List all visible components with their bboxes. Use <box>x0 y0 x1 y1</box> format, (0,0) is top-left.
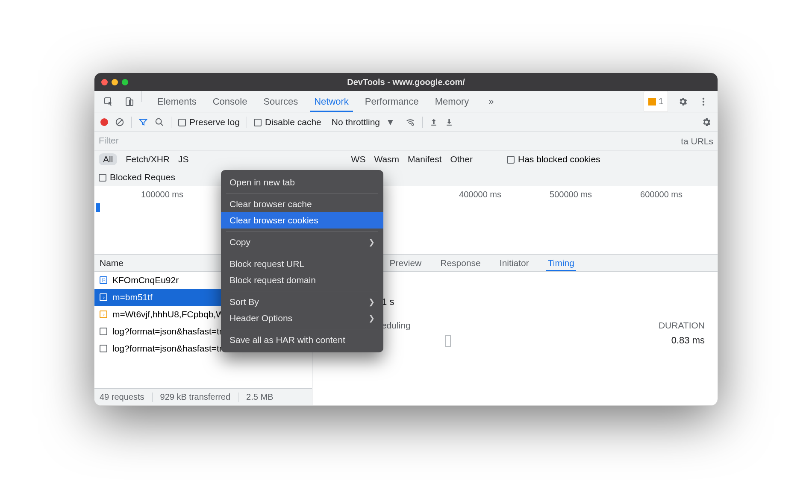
issues-count: 1 <box>659 97 663 106</box>
panel-tabs: ElementsConsoleSourcesNetworkPerformance… <box>94 91 718 112</box>
traffic-zoom-icon[interactable] <box>122 79 128 85</box>
device-toolbar-icon[interactable] <box>121 91 137 112</box>
status-resources: 2.5 MB <box>246 392 273 402</box>
timeline-overview[interactable]: 100000 ms 400000 ms 500000 ms 600000 ms <box>94 186 718 255</box>
request-name: m=bm51tf <box>112 292 153 302</box>
menu-item-label: Header Options <box>229 313 292 323</box>
type-filter-ws[interactable]: WS <box>351 154 366 164</box>
timeline-tick: 600000 ms <box>592 190 683 199</box>
menu-separator <box>226 193 378 193</box>
menu-item-label: Clear browser cache <box>229 199 312 209</box>
menu-separator <box>226 329 378 329</box>
filter-input[interactable]: Filter <box>99 135 184 147</box>
has-blocked-cookies-label: Has blocked cookies <box>518 154 600 164</box>
tab-network[interactable]: Network <box>306 91 356 112</box>
menu-item[interactable]: Open in new tab <box>221 174 383 190</box>
filter-bar: Filter ta URLs <box>94 132 718 151</box>
menu-item-label: Sort By <box>229 297 259 307</box>
upload-har-icon[interactable] <box>430 117 438 127</box>
svg-point-5 <box>703 103 704 105</box>
queueing-bar <box>445 335 451 347</box>
separator <box>131 117 132 128</box>
document-icon <box>100 328 107 335</box>
chevron-right-icon: ❯ <box>368 237 375 247</box>
tab-elements[interactable]: Elements <box>150 91 204 112</box>
menu-item[interactable]: Header Options❯ <box>221 310 383 326</box>
request-name: KFOmCnqEu92r <box>112 275 179 285</box>
timeline-tick: 400000 ms <box>411 190 501 199</box>
network-conditions-icon[interactable] <box>405 117 415 127</box>
menu-item[interactable]: Clear browser cache <box>221 196 383 212</box>
context-menu[interactable]: Open in new tabClear browser cacheClear … <box>221 170 383 352</box>
has-blocked-cookies-checkbox[interactable]: Has blocked cookies <box>507 154 600 164</box>
settings-gear-icon[interactable] <box>675 91 691 112</box>
menu-item-label: Copy <box>229 237 250 247</box>
titlebar: DevTools - www.google.com/ <box>94 73 718 91</box>
separator <box>247 117 247 128</box>
stylesheet-icon: ⎘ <box>100 276 107 284</box>
menu-item-label: Clear browser cookies <box>229 215 318 226</box>
menu-item[interactable]: Copy❯ <box>221 234 383 250</box>
svg-point-3 <box>703 97 704 99</box>
disable-cache-checkbox[interactable]: Disable cache <box>254 117 321 127</box>
type-filter-fetchxhr[interactable]: Fetch/XHR <box>126 154 170 164</box>
separator <box>171 117 171 128</box>
chevron-right-icon: ❯ <box>368 297 375 307</box>
tabs-overflow-button[interactable]: » <box>481 91 501 112</box>
timeline-selection-marker <box>96 203 100 212</box>
tab-performance[interactable]: Performance <box>357 91 427 112</box>
type-filter-js[interactable]: JS <box>178 154 189 164</box>
type-filter-wasm[interactable]: Wasm <box>374 154 399 164</box>
menu-item[interactable]: Save all as HAR with content <box>221 332 383 348</box>
blocked-requests-label: Blocked Reques <box>110 172 175 182</box>
kebab-menu-icon[interactable] <box>695 91 712 112</box>
clear-icon[interactable] <box>115 117 124 127</box>
type-filter-manifest[interactable]: Manifest <box>408 154 441 164</box>
detail-tab-initiator[interactable]: Initiator <box>498 255 531 271</box>
record-button[interactable] <box>100 118 108 126</box>
search-icon[interactable] <box>155 117 164 127</box>
tab-memory[interactable]: Memory <box>427 91 477 112</box>
filter-icon[interactable] <box>138 117 148 127</box>
detail-tab-preview[interactable]: Preview <box>388 255 424 271</box>
queueing-value: 0.83 ms <box>671 335 705 347</box>
document-icon <box>100 345 107 352</box>
download-har-icon[interactable] <box>445 117 453 127</box>
menu-item[interactable]: Block request URL <box>221 256 383 272</box>
separator <box>141 91 142 102</box>
window-title: DevTools - www.google.com/ <box>94 77 718 87</box>
chevron-down-icon: ▼ <box>386 117 395 127</box>
menu-item[interactable]: Sort By❯ <box>221 294 383 310</box>
network-toolbar: Preserve log Disable cache No throttling… <box>94 112 718 132</box>
script-icon: ⬨ <box>100 293 107 301</box>
type-filter-all[interactable]: All <box>99 153 117 165</box>
tab-sources[interactable]: Sources <box>256 91 306 112</box>
detail-tab-timing[interactable]: Timing <box>546 255 576 271</box>
inspect-element-icon[interactable] <box>100 91 117 112</box>
script-icon: ⬨ <box>100 311 107 318</box>
menu-separator <box>226 253 378 253</box>
throttling-label: No throttling <box>332 117 380 127</box>
blocked-requests-row: Blocked Reques <box>94 168 718 186</box>
blocked-requests-checkbox[interactable]: Blocked Reques <box>99 172 175 182</box>
traffic-minimize-icon[interactable] <box>112 79 118 85</box>
timeline-tick: 100000 ms <box>94 190 188 199</box>
filter-placeholder: Filter <box>99 135 119 145</box>
panel-settings-gear-icon[interactable] <box>701 117 712 127</box>
devtools-window: DevTools - www.google.com/ ElementsConso… <box>94 73 718 406</box>
svg-rect-9 <box>431 124 436 125</box>
type-filter-other[interactable]: Other <box>450 154 473 164</box>
tab-console[interactable]: Console <box>205 91 255 112</box>
throttling-select[interactable]: No throttling ▼ <box>328 117 398 127</box>
preserve-log-label: Preserve log <box>189 117 240 127</box>
detail-tab-response[interactable]: Response <box>438 255 482 271</box>
traffic-close-icon[interactable] <box>101 79 108 85</box>
menu-item[interactable]: Block request domain <box>221 272 383 288</box>
menu-separator <box>226 231 378 231</box>
separator <box>422 117 423 128</box>
issues-badge[interactable]: 1 <box>644 91 668 112</box>
menu-item[interactable]: Clear browser cookies <box>221 212 383 229</box>
warning-icon <box>648 98 656 105</box>
preserve-log-checkbox[interactable]: Preserve log <box>178 117 240 127</box>
menu-item-label: Open in new tab <box>229 177 295 188</box>
